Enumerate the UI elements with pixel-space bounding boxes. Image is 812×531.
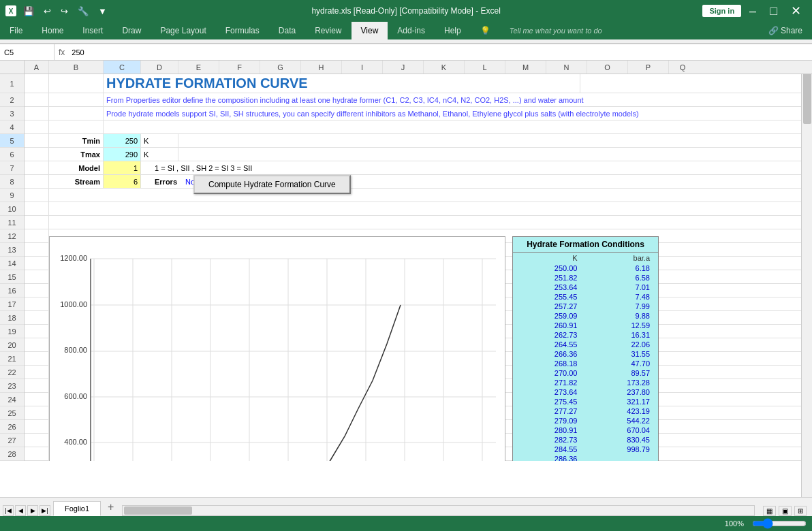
redo-qat-button[interactable]: ↪: [58, 4, 71, 18]
share-button[interactable]: 🔗 Share: [759, 22, 812, 39]
tab-draw[interactable]: Draw: [112, 22, 151, 39]
cell-A6[interactable]: [25, 148, 49, 161]
add-sheet-button[interactable]: +: [102, 498, 119, 516]
cell-D6-tmax-unit[interactable]: K: [141, 148, 178, 161]
row-1: HYDRATE FORMATION CURVE: [25, 74, 812, 93]
tab-addins[interactable]: Add-ins: [388, 22, 435, 39]
tell-me-input[interactable]: Tell me what you want to do: [500, 22, 612, 39]
cell-B7-model-label[interactable]: Model: [49, 161, 104, 174]
cell-B2[interactable]: [49, 93, 104, 106]
tab-page-layout[interactable]: Page Layout: [151, 22, 215, 39]
col-header-L: L: [465, 61, 505, 74]
cell-C8-stream-value[interactable]: 6: [104, 175, 141, 188]
scroll-thumb[interactable]: [124, 506, 192, 515]
cell-B8-stream-label[interactable]: Stream: [49, 175, 104, 188]
row-num-4: 4: [0, 120, 24, 134]
normal-view-button[interactable]: ▦: [763, 506, 776, 516]
cell-A1[interactable]: [25, 74, 49, 93]
cell-A8[interactable]: [25, 175, 49, 188]
tab-formulas[interactable]: Formulas: [216, 22, 269, 39]
corner-cell: [0, 61, 25, 74]
hydrate-table-row: 266.3631.55: [513, 349, 658, 359]
maximize-button[interactable]: □: [764, 3, 783, 18]
tab-review[interactable]: Review: [305, 22, 351, 39]
tab-data[interactable]: Data: [269, 22, 305, 39]
cell-B4[interactable]: [49, 120, 104, 133]
row-num-12: 12: [0, 229, 24, 243]
row-3: Prode hydrate models support SI, SII, SH…: [25, 107, 812, 120]
cell-B1[interactable]: [49, 74, 104, 93]
qat-dropdown[interactable]: ▼: [95, 4, 110, 18]
sheet-nav-last[interactable]: ▶|: [40, 505, 50, 516]
compute-hydrate-button[interactable]: Compute Hydrate Formation Curve: [193, 175, 351, 194]
table-row: 544.22: [586, 416, 659, 425]
col-header-O: O: [587, 61, 628, 74]
row-num-23: 23: [0, 379, 24, 393]
cell-C5-tmin-value[interactable]: 250: [104, 134, 141, 147]
tab-view[interactable]: View: [352, 22, 388, 39]
v-scroll-thumb[interactable]: [803, 69, 811, 124]
row-num-6: 6: [0, 148, 24, 161]
title-bar: X 💾 ↩ ↪ 🔧 ▼ hydrate.xls [Read-Only] [Com…: [0, 0, 812, 22]
sheet-nav-next[interactable]: ▶: [27, 505, 38, 516]
cell-E5[interactable]: [178, 134, 812, 147]
ribbon-tabs: File Home Insert Draw Page Layout Formul…: [0, 22, 812, 39]
sheet-tab-foglio1[interactable]: Foglio1: [53, 501, 101, 516]
cell-C3-merged[interactable]: Prode hydrate models support SI, SII, SH…: [104, 107, 812, 120]
table-row: 273.64: [513, 387, 586, 397]
formula-input[interactable]: [69, 48, 812, 57]
sheet-nav-buttons: |◀ ◀ ▶ ▶|: [0, 505, 53, 516]
horizontal-scrollbar[interactable]: [122, 505, 755, 516]
svg-text:1200.00: 1200.00: [60, 254, 87, 262]
col-header-Q: Q: [669, 61, 696, 74]
hydrate-table-row: 268.1847.70: [513, 359, 658, 368]
tab-file[interactable]: File: [0, 22, 32, 39]
tab-lightbulb[interactable]: 💡: [471, 22, 500, 39]
table-row: 998.79: [586, 445, 659, 454]
cell-C6-tmax-value[interactable]: 290: [104, 148, 141, 161]
cell-D7-model-desc[interactable]: 1 = SI , SII , SH 2 = SI 3 = SII: [141, 161, 812, 174]
vertical-scrollbar[interactable]: [801, 68, 812, 497]
cell-A2[interactable]: [25, 93, 49, 106]
row-num-14: 14: [0, 257, 24, 270]
page-break-button[interactable]: ⊞: [794, 506, 807, 516]
cell-B3[interactable]: [49, 107, 104, 120]
tab-home[interactable]: Home: [32, 22, 73, 39]
page-layout-button[interactable]: ▣: [779, 506, 792, 516]
cell-E6[interactable]: [178, 148, 812, 161]
sign-in-button[interactable]: Sign in: [702, 5, 741, 17]
zoom-slider[interactable]: [752, 519, 807, 528]
table-row: 284.55: [513, 445, 586, 454]
sheet-nav-first[interactable]: |◀: [3, 505, 14, 516]
cell-D5-tmin-unit[interactable]: K: [141, 134, 178, 147]
cell-C2-merged[interactable]: From Properties editor define the compos…: [104, 93, 812, 106]
tab-insert[interactable]: Insert: [73, 22, 112, 39]
name-box[interactable]: C5: [0, 44, 54, 60]
cell-A3[interactable]: [25, 107, 49, 120]
table-row: 253.64: [513, 283, 586, 292]
cell-A5[interactable]: [25, 134, 49, 147]
tools-qat-button[interactable]: 🔧: [75, 4, 91, 18]
table-row: 6.58: [586, 273, 659, 283]
table-row: 255.45: [513, 292, 586, 302]
cell-C1-merged[interactable]: HYDRATE FORMATION CURVE: [104, 74, 580, 93]
row-6: Tmax 290 K: [25, 148, 812, 161]
cell-B5-tmin-label[interactable]: Tmin: [49, 134, 104, 147]
save-qat-button[interactable]: 💾: [20, 4, 37, 18]
hydrate-table-row: 264.5522.06: [513, 340, 658, 349]
cell-C4[interactable]: [104, 120, 812, 133]
sheet-nav-prev[interactable]: ◀: [15, 505, 26, 516]
col-header-K: K: [424, 61, 465, 74]
minimize-button[interactable]: –: [744, 3, 762, 18]
undo-qat-button[interactable]: ↩: [41, 4, 54, 18]
col-header-I: I: [342, 61, 383, 74]
tab-help[interactable]: Help: [435, 22, 471, 39]
cell-B6-tmax-label[interactable]: Tmax: [49, 148, 104, 161]
cell-A4[interactable]: [25, 120, 49, 133]
close-button[interactable]: ✕: [785, 3, 807, 18]
cell-A7[interactable]: [25, 161, 49, 174]
hydrate-table-row: 270.0089.57: [513, 368, 658, 378]
row-num-19: 19: [0, 325, 24, 338]
cell-C7-model-value[interactable]: 1: [104, 161, 141, 174]
row-num-8: 8: [0, 175, 24, 189]
